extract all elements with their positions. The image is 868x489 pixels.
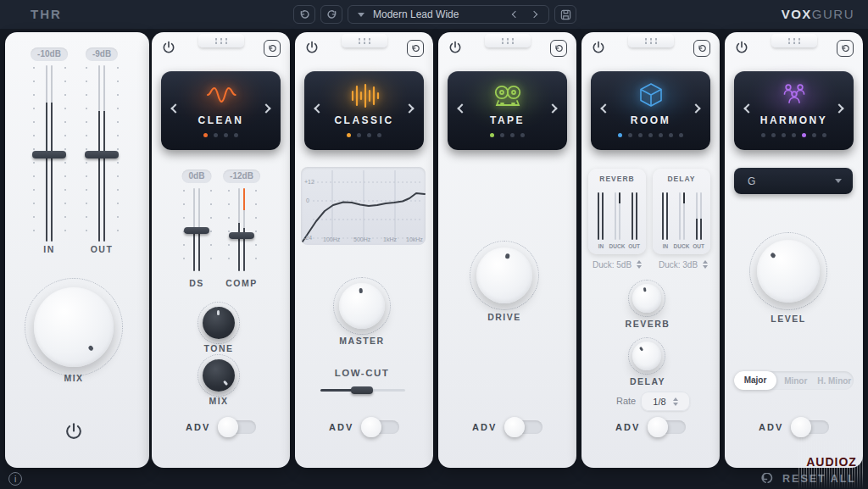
global-power-button[interactable] (64, 422, 83, 444)
room-reset-button[interactable] (693, 40, 710, 57)
lowcut-slider[interactable] (320, 389, 405, 392)
tone-knob[interactable] (203, 307, 235, 339)
delay-meter-panel: DELAY IN DUCK OUT (653, 169, 710, 254)
knob-pointer (626, 336, 666, 375)
preset-selector[interactable]: Modern Lead Wide (348, 5, 549, 24)
stepper-icon[interactable] (637, 260, 642, 269)
room-power-button[interactable] (592, 41, 605, 58)
delay-duck-value: Duck: 3dB (659, 260, 698, 270)
scale-minor-option[interactable]: Minor (776, 376, 815, 386)
save-preset-button[interactable] (554, 5, 576, 24)
prev-variant-icon[interactable] (457, 103, 466, 113)
output-fader-handle[interactable] (85, 151, 119, 158)
harmony-adv-row: ADV (759, 420, 829, 434)
next-variant-icon[interactable] (548, 103, 557, 113)
variant-dots[interactable] (203, 133, 238, 137)
info-button[interactable]: i (8, 472, 22, 486)
prev-variant-icon[interactable] (600, 103, 609, 113)
eq-ylabel-top: +12 (304, 179, 314, 185)
next-variant-icon[interactable] (261, 103, 270, 113)
prev-variant-icon[interactable] (314, 103, 323, 113)
input-gain-value: -10dB (31, 47, 68, 61)
eq-xlabel-3: 1kHz (383, 236, 397, 242)
prev-variant-icon[interactable] (743, 103, 753, 113)
input-label: IN (43, 244, 55, 254)
tape-power-button[interactable] (448, 41, 462, 58)
master-knob[interactable] (339, 283, 385, 329)
clean-mix-knob[interactable] (203, 359, 235, 392)
level-knob[interactable] (757, 240, 820, 303)
delay-knob[interactable] (632, 342, 661, 370)
save-icon (560, 9, 571, 20)
sine-wave-icon (202, 79, 241, 113)
undo-button[interactable] (293, 5, 315, 24)
room-adv-toggle[interactable] (650, 420, 686, 434)
prev-variant-icon[interactable] (170, 103, 180, 113)
clean-reset-button[interactable] (264, 40, 281, 57)
variant-dots[interactable] (347, 133, 381, 137)
classic-drag-handle[interactable] (342, 34, 387, 47)
ds-fader-handle[interactable] (184, 227, 209, 234)
room-display: ROOM (591, 71, 710, 150)
variant-dots[interactable] (618, 133, 683, 137)
classic-adv-toggle[interactable] (364, 420, 399, 434)
scale-hminor-option[interactable]: H. Minor (815, 376, 854, 386)
rate-selector[interactable]: 1/8 (641, 392, 690, 411)
module-name: TAPE (490, 114, 525, 126)
fader-ticks (228, 190, 230, 271)
delay-duck-stepper[interactable]: Duck: 3dB (651, 258, 715, 271)
module-name: CLEAN (198, 114, 244, 126)
adv-label: ADV (186, 422, 210, 432)
drive-knob[interactable] (476, 247, 532, 303)
ds-label: DS (189, 278, 204, 288)
module-name: CLASSIC (334, 114, 393, 126)
clean-mix-label: MIX (209, 396, 228, 406)
stepper-icon[interactable] (673, 397, 678, 406)
next-variant-icon[interactable] (834, 103, 843, 113)
stepper-icon[interactable] (703, 260, 708, 269)
harmony-power-button[interactable] (735, 41, 748, 58)
adv-label: ADV (759, 422, 783, 432)
meter-line (636, 192, 637, 240)
module-undo-icon (841, 44, 850, 53)
voxguru-logo: VOXGURU (782, 7, 854, 21)
comp-fader-handle[interactable] (229, 232, 254, 239)
preset-prev-icon[interactable] (512, 11, 519, 18)
variant-dots[interactable] (490, 133, 525, 137)
harmony-drag-handle[interactable] (771, 34, 817, 47)
module-undo-icon (268, 44, 277, 53)
key-dropdown[interactable]: G (734, 168, 853, 194)
reverb-knob[interactable] (632, 284, 661, 313)
clean-adv-toggle[interactable] (220, 420, 256, 434)
room-drag-handle[interactable] (628, 34, 674, 47)
delay-out-label: OUT (693, 243, 704, 249)
tape-adv-toggle[interactable] (507, 420, 542, 434)
reverb-duck-stepper[interactable]: Duck: 5dB (585, 258, 649, 271)
variant-dots[interactable] (761, 133, 826, 137)
next-variant-icon[interactable] (691, 103, 700, 113)
adv-label: ADV (329, 422, 353, 432)
preset-next-icon[interactable] (531, 11, 537, 18)
harmony-adv-toggle[interactable] (793, 420, 829, 434)
global-mix-knob[interactable] (34, 287, 114, 367)
tape-drag-handle[interactable] (485, 34, 531, 47)
delay-panel-title: DELAY (653, 175, 710, 183)
undo-icon (299, 9, 310, 20)
input-fader-handle[interactable] (32, 151, 66, 158)
delay-duck-label: DUCK (674, 243, 690, 249)
knob-pointer (337, 281, 387, 331)
module-harmony: HARMONY G LEVEL Major Minor H. Minor ADV (725, 32, 863, 468)
watermark-text: AUDIOZ (806, 455, 857, 469)
scale-major-option[interactable]: Major (734, 371, 776, 390)
lowcut-slider-handle[interactable] (351, 386, 373, 394)
output-label: OUT (91, 244, 114, 254)
classic-reset-button[interactable] (407, 40, 424, 57)
rate-row: Rate 1/8 (581, 392, 720, 412)
tape-reset-button[interactable] (550, 40, 567, 57)
clean-power-button[interactable] (162, 41, 175, 58)
redo-button[interactable] (320, 5, 342, 24)
harmony-reset-button[interactable] (837, 40, 854, 57)
next-variant-icon[interactable] (404, 103, 414, 113)
clean-drag-handle[interactable] (198, 34, 244, 47)
classic-power-button[interactable] (305, 41, 319, 58)
